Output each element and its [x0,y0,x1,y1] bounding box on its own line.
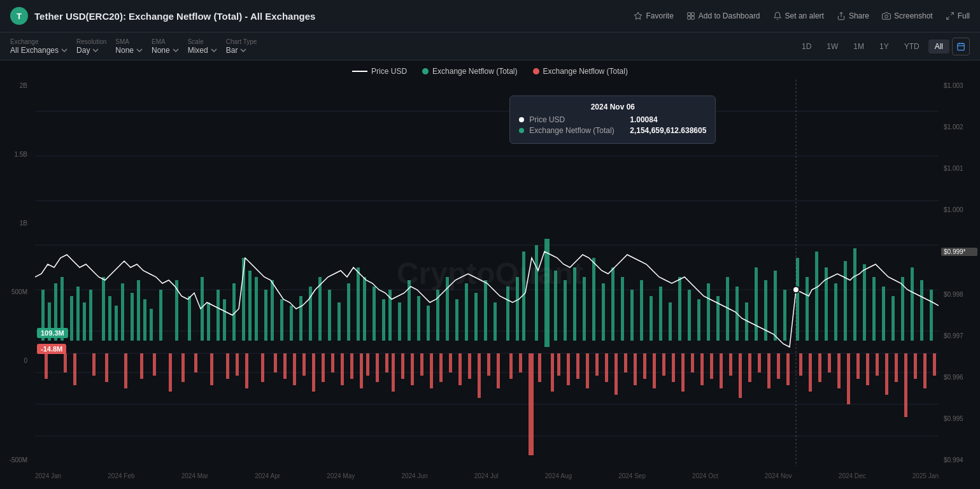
controls-bar: Exchange All Exchanges Resolution Day SM… [0,32,980,60]
ema-control: EMA None [152,38,179,55]
svg-rect-183 [710,353,713,379]
svg-rect-118 [911,267,914,341]
svg-rect-96 [697,299,700,341]
calendar-button[interactable] [952,38,970,55]
svg-rect-193 [809,353,812,392]
add-to-dashboard-button[interactable]: Add to Dashboard [686,11,760,20]
svg-rect-123 [73,353,76,385]
svg-rect-91 [650,296,653,341]
svg-rect-155 [439,353,443,382]
period-1m[interactable]: 1M [847,39,870,53]
svg-rect-34 [121,283,124,341]
svg-rect-29 [83,302,86,341]
svg-rect-147 [366,353,369,376]
svg-rect-110 [834,283,837,341]
svg-rect-50 [264,290,267,341]
svg-rect-74 [484,280,487,341]
svg-rect-31 [102,277,105,341]
svg-rect-137 [274,353,277,372]
legend-netflow-red: Exchange Netflow (Total) [533,67,628,76]
svg-rect-164 [529,353,534,455]
period-1y[interactable]: 1Y [873,39,895,53]
period-1d[interactable]: 1D [795,39,818,53]
svg-rect-73 [474,293,478,341]
svg-rect-119 [920,280,923,341]
svg-rect-116 [891,296,895,341]
svg-rect-186 [739,353,742,398]
exchange-select[interactable]: All Exchanges [10,46,67,55]
period-1w[interactable]: 1W [820,39,844,53]
svg-rect-176 [643,353,646,379]
y-axis-left: 2B 1.5B 1B 500M 0 -500M [0,80,35,466]
svg-rect-2 [688,17,691,20]
exchange-control: Exchange All Exchanges [10,38,67,55]
share-button[interactable]: Share [837,11,869,20]
favorite-button[interactable]: Favorite [634,11,673,20]
svg-rect-107 [806,277,809,341]
legend-netflow-red-dot [533,68,539,74]
svg-rect-141 [312,353,315,392]
svg-rect-200 [876,353,879,376]
svg-rect-59 [347,283,350,341]
main-chart-svg [35,80,939,466]
svg-rect-33 [115,306,118,341]
svg-rect-143 [331,353,334,372]
svg-rect-54 [299,296,302,341]
svg-rect-103 [764,280,767,341]
svg-rect-52 [280,299,283,341]
chart-type-select[interactable]: Bar [226,46,257,55]
svg-rect-144 [341,353,344,385]
svg-rect-86 [602,283,605,341]
scale-select[interactable]: Mixed [188,46,217,55]
legend-price-line [352,71,367,72]
svg-rect-65 [398,302,401,341]
svg-rect-139 [293,353,296,385]
svg-rect-30 [89,290,92,341]
legend-netflow-green-dot [422,68,429,74]
svg-rect-62 [373,287,376,341]
svg-rect-51 [271,280,274,341]
svg-rect-179 [672,353,675,382]
svg-rect-114 [872,277,876,341]
legend: Price USD Exchange Netflow (Total) Excha… [0,60,980,80]
screenshot-button[interactable]: Screenshot [882,11,933,20]
chart-container[interactable]: CryptoQuant 2B 1.5B 1B 500M 0 -500M $1.0… [0,80,980,466]
svg-rect-79 [535,245,538,341]
logo: T [10,7,28,25]
svg-rect-138 [283,353,287,379]
svg-line-7 [946,17,949,19]
period-ytd[interactable]: YTD [898,39,926,53]
svg-rect-160 [487,353,490,376]
svg-rect-190 [777,353,780,379]
sma-select[interactable]: None [115,46,143,55]
svg-rect-185 [729,353,732,376]
ema-select[interactable]: None [152,46,179,55]
resolution-select[interactable]: Day [76,46,106,55]
svg-rect-95 [688,290,691,341]
svg-rect-163 [519,353,522,372]
svg-rect-167 [557,353,560,376]
svg-rect-41 [188,296,191,341]
svg-rect-126 [124,353,127,388]
period-all[interactable]: All [928,39,949,53]
topbar-right: Favorite Add to Dashboard Set an alert S… [634,11,970,20]
legend-netflow-green: Exchange Netflow (Total) [422,67,517,76]
green-value-badge: 109.3M [37,328,68,338]
svg-rect-105 [783,290,786,341]
x-axis: 2024 Jan 2024 Feb 2024 Mar 2024 Apr 2024… [0,466,980,485]
svg-rect-106 [796,258,799,341]
set-alert-button[interactable]: Set an alert [773,11,824,20]
svg-rect-172 [605,353,608,382]
svg-rect-12 [35,80,939,466]
svg-rect-173 [614,353,618,395]
svg-rect-27 [70,296,73,341]
svg-rect-37 [143,299,146,341]
full-button[interactable]: Full [946,11,970,20]
svg-rect-201 [885,353,888,395]
svg-rect-154 [430,353,433,388]
svg-rect-202 [895,353,898,382]
svg-rect-148 [376,353,379,382]
svg-rect-199 [866,353,869,385]
svg-rect-63 [382,299,385,341]
svg-rect-169 [576,353,579,379]
